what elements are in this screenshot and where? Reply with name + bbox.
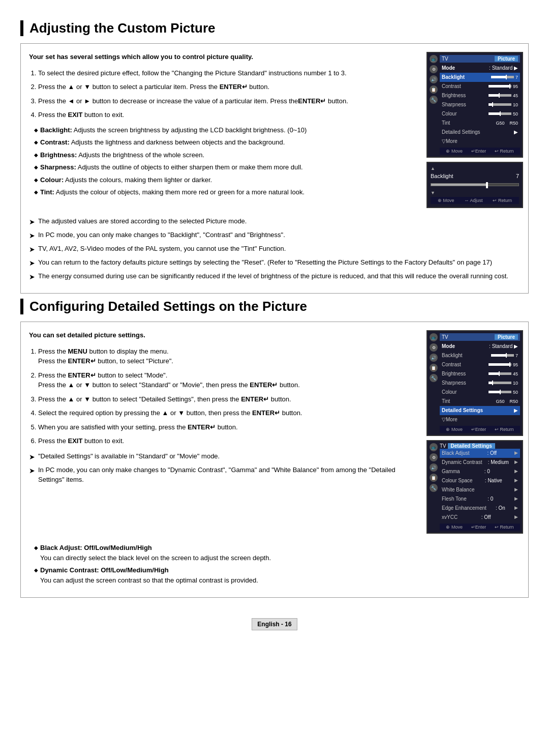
bullet-item: Dynamic Contrast: Off/Low/Medium/High Yo… (34, 565, 528, 585)
tv3-row-colour: Colour 50 (440, 388, 520, 397)
section1-bullets: Backlight: Adjusts the screen brightness… (29, 125, 418, 197)
note-line: ➤ You can return to the factory defaults… (29, 257, 528, 269)
tv2-footer: ⊕ Move ↔ Adjust ↩ Return (431, 197, 519, 204)
tv3-icon-5: 🔧 (430, 374, 438, 382)
page-footer: English - 16 (252, 618, 297, 630)
tv1-row-backlight: Backlight 7 (440, 73, 520, 82)
tv4-row-black: Black Adjust : Off ▶ (440, 449, 520, 458)
section2-bullets: Black Adjust: Off/Low/Medium/High You ca… (29, 543, 528, 585)
tv4-row-whitebalance: White Balance ▶ (440, 485, 520, 495)
note-line: ➤ "Detailed Settings" is available in "S… (29, 451, 418, 462)
tv1-row-mode: Mode : Standard ▶ (440, 64, 520, 73)
section2-intro: You can set detailed picture settings. (29, 330, 418, 340)
tv-icon-3: 🔊 (430, 75, 438, 83)
note-line: ➤ The energy consumed during use can be … (29, 271, 528, 282)
tv4-row-colorspace: Colour Space : Native ▶ (440, 476, 520, 485)
section2-title: Configuring Detailed Settings on the Pic… (20, 299, 529, 314)
tv3-row-mode: Mode : Standard ▶ (440, 342, 520, 351)
step-item: Press the MENU button to display the men… (38, 346, 418, 366)
tv4-header: TV Detailed Settings (440, 443, 520, 449)
step-item: Press the EXIT button to exit. (38, 436, 418, 446)
section1-left: Your set has several settings which allo… (29, 52, 418, 201)
section1: Adjusting the Custom Picture Your set ha… (20, 20, 529, 294)
tv1-row-detailed: Detailed Settings ▶ (440, 128, 520, 137)
tv3-icon-1: 📺 (430, 333, 438, 341)
tv3-row-detailed: Detailed Settings ▶ (440, 406, 520, 415)
bullet-item: Backlight: Adjusts the screen brightness… (34, 125, 418, 135)
tv-icon-5: 🔧 (430, 96, 438, 104)
bullet-item: Brightness: Adjusts the brightness of th… (34, 150, 418, 160)
step-item: Press the ▲ or ▼ button to select "Detai… (38, 394, 418, 404)
tv4-row-edge: Edge Enhancement : On ▶ (440, 504, 520, 513)
tv1-row-sharpness: Sharpness 10 (440, 100, 520, 109)
bullet-item: Tint: Adjusts the colour of objects, mak… (34, 187, 418, 197)
step-item: When you are satisfied with your setting… (38, 422, 418, 432)
bullet-item: Black Adjust: Off/Low/Medium/High You ca… (34, 543, 528, 563)
tv1-row-colour: Colour 50 (440, 109, 520, 119)
tv3-row-sharpness: Sharpness 10 (440, 379, 520, 388)
tv1-row-more: ▽More (440, 137, 520, 146)
bullet-item: Sharpness: Adjusts the outline of object… (34, 162, 418, 172)
bullet-item: Colour: Adjusts the colours, making them… (34, 175, 418, 185)
step-item: To select the desired picture effect, fo… (38, 68, 418, 78)
tv4-row-xvycc: xvYCC : Off ▶ (440, 513, 520, 522)
tv3-row-backlight: Backlight 7 (440, 351, 520, 360)
bullet-item: Contrast: Adjusts the lightness and dark… (34, 137, 418, 148)
tv1-row-brightness: Brightness 45 (440, 91, 520, 100)
tv3-icon-3: 🔊 (430, 354, 438, 362)
note-line: ➤ In PC mode, you can only make changes … (29, 465, 418, 485)
tv4-icon-3: 🔊 (430, 463, 438, 472)
note-line: ➤ In PC mode, you can only make changes … (29, 230, 528, 241)
tv-icon-2: ⚙ (430, 65, 438, 73)
tv1-row-tint: Tint G50 R50 (440, 119, 520, 128)
tv-screen-2: ▲ Backlight 7 ▼ (426, 162, 523, 208)
tv3-row-contrast: Contrast 95 (440, 360, 520, 369)
section1-two-col: Your set has several settings which allo… (29, 52, 528, 212)
tv1-footer: ⊕ Move ↵Enter ↩ Return (440, 148, 520, 155)
section1-block: Your set has several settings which allo… (20, 43, 529, 294)
step-item: Press the EXIT button to exit. (38, 110, 418, 120)
tv-screen-1: 📺 ⚙ 🔊 📋 🔧 TV Picture (426, 52, 523, 158)
tv1-header-left: TV (442, 56, 448, 62)
step-item: Select the required option by pressing t… (38, 408, 418, 418)
section1-steps: To select the desired picture effect, fo… (29, 68, 418, 120)
section2-notes: ➤ "Detailed Settings" is available in "S… (29, 451, 418, 485)
tv-icon-4: 📋 (430, 85, 438, 94)
tv3-header: TV Picture (440, 333, 520, 341)
note-line: ➤ TV, AV1, AV2, S-Video modes of the PAL… (29, 244, 528, 255)
section2-steps: Press the MENU button to display the men… (29, 346, 418, 446)
section1-title: Adjusting the Custom Picture (20, 20, 529, 36)
tv4-icon-1: 📺 (430, 443, 438, 451)
tv3-footer: ⊕ Move ↵Enter ↩ Return (440, 426, 520, 433)
tv3-row-more: ▽More (440, 415, 520, 424)
tv1-row-contrast: Contrast 95 (440, 82, 520, 91)
tv-screen-4: 📺 ⚙ 🔊 📋 🔧 TV Detailed Settings (426, 440, 523, 534)
section1-notes: ➤ The adjusted values are stored accordi… (29, 216, 528, 282)
tv4-icon-2: ⚙ (430, 453, 438, 461)
tv1-header-right: Picture (495, 56, 518, 62)
tv4-icon-4: 📋 (430, 474, 438, 482)
section1-intro: Your set has several settings which allo… (29, 52, 418, 62)
section2-right-col: 📺 ⚙ 🔊 📋 🔧 TV Picture (426, 330, 528, 538)
section1-right-col: 📺 ⚙ 🔊 📋 🔧 TV Picture (426, 52, 528, 212)
footer-wrapper: English - 16 (20, 608, 529, 630)
tv4-row-dcontrast: Dynamic Contrast : Medium ▶ (440, 458, 520, 467)
tv3-row-brightness: Brightness 45 (440, 369, 520, 379)
tv1-header: TV Picture (440, 55, 520, 63)
tv-icon-1: 📺 (430, 55, 438, 63)
tv4-icon-5: 🔧 (430, 484, 438, 492)
section2-left: You can set detailed picture settings. P… (29, 330, 418, 487)
tv3-icon-4: 📋 (430, 364, 438, 372)
tv-screen-3: 📺 ⚙ 🔊 📋 🔧 TV Picture (426, 330, 523, 436)
step-item: Press the ▲ or ▼ button to select a part… (38, 82, 418, 92)
tv4-footer: ⊕ Move ↵Enter ↩ Return (440, 524, 520, 531)
note-line: ➤ The adjusted values are stored accordi… (29, 216, 528, 227)
step-item: Press the ◄ or ► button to decrease or i… (38, 96, 418, 106)
tv3-icon-2: ⚙ (430, 343, 438, 352)
tv4-row-fleshtone: Flesh Tone : 0 ▶ (440, 495, 520, 504)
section2: Configuring Detailed Settings on the Pic… (20, 299, 529, 598)
step-item: Press the ENTER↵ button to select "Mode"… (38, 370, 418, 390)
tv3-row-tint: Tint G50 R50 (440, 397, 520, 406)
section2-two-col: You can set detailed picture settings. P… (29, 330, 528, 538)
tv4-row-gamma: Gamma : 0 ▶ (440, 467, 520, 476)
